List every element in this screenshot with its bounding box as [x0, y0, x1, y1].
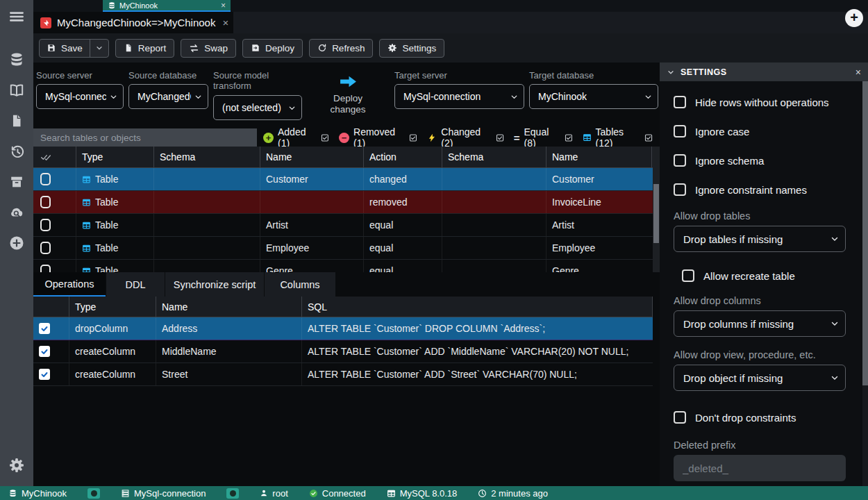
refresh-button[interactable]: Refresh	[309, 39, 373, 58]
tab-ddl[interactable]: DDL	[106, 272, 165, 297]
select-all-icon[interactable]	[33, 147, 76, 167]
row-checkbox[interactable]	[40, 173, 51, 185]
file-icon[interactable]	[0, 106, 33, 136]
swap-button[interactable]: Swap	[181, 39, 236, 58]
search-input[interactable]	[33, 128, 257, 147]
tab-operations[interactable]: Operations	[33, 272, 106, 297]
target-database-value: MyChinook	[538, 91, 587, 102]
checkbox-checked-icon[interactable]	[644, 133, 653, 142]
row-schema-src	[154, 260, 260, 272]
target-database-select[interactable]: MyChinook	[529, 84, 658, 109]
archive-icon[interactable]	[0, 167, 33, 197]
row-name-src	[260, 191, 364, 213]
row-checkbox[interactable]	[40, 242, 51, 254]
add-circle-icon[interactable]	[0, 228, 33, 258]
checkbox-icon[interactable]	[674, 411, 686, 424]
checkbox-dont-drop-constraints[interactable]: Don't drop constraints	[674, 409, 858, 426]
table-icon	[82, 244, 91, 253]
add-tab-button[interactable]: +	[845, 9, 863, 27]
target-server-label: Target server	[394, 70, 447, 81]
settings-panel-title: SETTINGS	[681, 67, 727, 77]
filter-tables[interactable]: Tables (12)	[583, 126, 653, 149]
checkbox-allow-recreate-table[interactable]: Allow recreate table	[682, 267, 858, 284]
checkbox-checked-icon[interactable]	[321, 133, 329, 142]
table-row[interactable]: dropColumn Address ALTER TABLE `Customer…	[33, 317, 653, 340]
status-user-label: root	[272, 488, 287, 499]
checkbox-checked-icon[interactable]	[565, 133, 573, 142]
scrollbar-thumb[interactable]	[653, 184, 659, 243]
checkbox-ignore-constraint-names[interactable]: Ignore constraint names	[674, 181, 858, 198]
menu-icon[interactable]	[0, 1, 33, 32]
checkbox-ignore-case[interactable]: Ignore case	[674, 123, 858, 140]
tab-mychinook[interactable]: MyChinook ×	[103, 0, 231, 12]
table-row[interactable]: createColumn MiddleName ALTER TABLE `Cus…	[33, 340, 653, 363]
checkbox-icon[interactable]	[674, 183, 686, 196]
table-row[interactable]: createColumn Street ALTER TABLE `Custome…	[33, 363, 653, 386]
checkbox-icon[interactable]	[674, 154, 686, 167]
source-server-select[interactable]: MySql-connec	[36, 84, 124, 109]
checkbox-hide-rows[interactable]: Hide rows without operations	[674, 94, 858, 110]
save-button[interactable]: Save	[39, 39, 109, 58]
report-button[interactable]: Report	[115, 39, 175, 58]
checkbox-checked-icon[interactable]	[496, 133, 504, 142]
status-database: MyChinook	[8, 488, 67, 499]
checkbox-icon[interactable]	[674, 125, 686, 138]
allow-drop-tables-select[interactable]: Drop tables if missing	[674, 226, 846, 252]
target-server-select[interactable]: MySql-connection	[394, 84, 524, 109]
checkbox-icon[interactable]	[674, 96, 686, 108]
allow-drop-view-label: Allow drop view, procedure, etc.	[674, 349, 858, 360]
scrollbar-thumb[interactable]	[862, 81, 868, 385]
diff-table-scrollbar[interactable]	[653, 147, 660, 272]
allow-drop-view-select[interactable]: Drop object if missing	[674, 365, 846, 391]
filter-removed[interactable]: − Removed (1)	[339, 126, 417, 149]
book-icon[interactable]	[0, 75, 33, 106]
settings-scrollbar[interactable]	[862, 81, 868, 486]
deploy-changes[interactable]: Deploy changes	[319, 75, 376, 115]
filter-added[interactable]: + Added (1)	[263, 126, 329, 149]
checkbox-checked-icon[interactable]	[409, 133, 417, 142]
deleted-prefix-input[interactable]	[674, 455, 846, 481]
window-tab-strip: MyChinook ×	[33, 0, 868, 12]
table-row[interactable]: Table removed InvoiceLine	[33, 191, 660, 214]
tab-compare-document[interactable]: MyChangedChinook=>MyChinook ×	[33, 12, 233, 33]
tab-columns[interactable]: Columns	[265, 272, 335, 297]
table-row[interactable]: Table Genre equal Genre	[33, 260, 660, 272]
row-type: Table	[95, 174, 118, 185]
row-checkbox[interactable]	[40, 196, 51, 208]
filter-equal[interactable]: = Equal (8)	[514, 126, 573, 149]
row-checkbox[interactable]	[40, 265, 51, 272]
chevron-down-icon[interactable]	[667, 68, 675, 76]
tab-synchronize-script[interactable]: Synchronize script	[165, 272, 264, 297]
report-label: Report	[138, 43, 167, 53]
source-database-select[interactable]: MyChangedC	[128, 84, 208, 109]
row-checkbox-checked[interactable]	[39, 346, 50, 357]
database-icon[interactable]	[0, 44, 33, 75]
status-version: MySQL 8.0.18	[387, 488, 458, 499]
table-row[interactable]: Table Employee equal Employee	[33, 237, 660, 260]
gear-icon[interactable]	[0, 450, 33, 481]
close-icon[interactable]: ×	[856, 67, 861, 78]
row-checkbox-checked[interactable]	[39, 323, 50, 334]
table-row[interactable]: Table Customer changed Customer	[33, 168, 660, 191]
history-icon[interactable]	[0, 136, 33, 167]
chevron-down-icon	[830, 319, 840, 328]
row-checkbox[interactable]	[40, 219, 51, 231]
table-row[interactable]: Table Artist equal Artist	[33, 214, 660, 237]
checkbox-label: Hide rows without operations	[695, 97, 829, 108]
checkbox-icon[interactable]	[682, 269, 694, 282]
clock-icon	[478, 489, 487, 498]
save-dropdown-caret[interactable]	[90, 40, 108, 57]
transform-select[interactable]: (not selected)	[213, 95, 302, 120]
row-checkbox-checked[interactable]	[39, 369, 50, 380]
palette-icon[interactable]	[87, 488, 100, 499]
table-icon	[387, 489, 396, 498]
close-icon[interactable]: ×	[221, 1, 226, 10]
palette-icon[interactable]	[226, 488, 239, 499]
cloud-search-icon[interactable]	[0, 197, 33, 228]
settings-button[interactable]: Settings	[379, 39, 444, 58]
filter-changed[interactable]: Changed (2)	[427, 126, 503, 149]
checkbox-ignore-schema[interactable]: Ignore schema	[674, 152, 858, 169]
close-icon[interactable]: ×	[222, 17, 228, 28]
deploy-button[interactable]: Deploy	[242, 39, 303, 58]
allow-drop-columns-select[interactable]: Drop columns if missing	[674, 310, 846, 337]
